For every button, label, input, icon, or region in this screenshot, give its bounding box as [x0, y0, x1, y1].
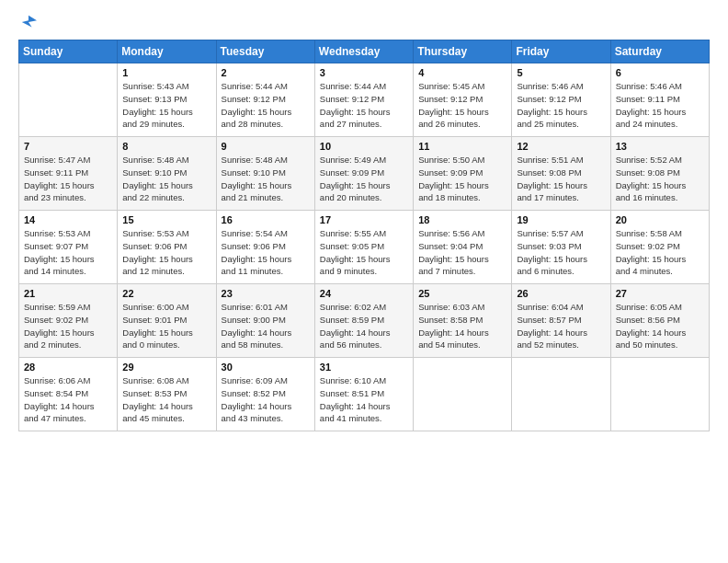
weekday-header-sunday: Sunday: [19, 40, 118, 63]
calendar-cell: 2Sunrise: 5:44 AMSunset: 9:12 PMDaylight…: [216, 63, 314, 137]
day-number: 20: [616, 214, 704, 225]
day-number: 19: [517, 214, 605, 225]
weekday-header-thursday: Thursday: [414, 40, 512, 63]
day-number: 30: [222, 362, 310, 373]
header: [18, 14, 710, 30]
day-number: 29: [122, 362, 210, 373]
day-info: Sunrise: 6:06 AMSunset: 8:54 PMDaylight:…: [24, 374, 112, 425]
day-info: Sunrise: 6:09 AMSunset: 8:52 PMDaylight:…: [222, 374, 310, 425]
calendar-cell: 13Sunrise: 5:52 AMSunset: 9:08 PMDayligh…: [610, 137, 709, 211]
calendar-cell: 3Sunrise: 5:44 AMSunset: 9:12 PMDaylight…: [314, 63, 413, 137]
calendar-cell: 18Sunrise: 5:56 AMSunset: 9:04 PMDayligh…: [414, 211, 512, 284]
day-number: 14: [24, 214, 112, 225]
calendar-cell: 9Sunrise: 5:48 AMSunset: 9:10 PMDaylight…: [216, 137, 314, 211]
day-number: 27: [616, 288, 704, 299]
day-number: 6: [616, 67, 704, 78]
calendar-cell: [512, 358, 610, 431]
day-number: 16: [222, 214, 310, 225]
weekday-header-wednesday: Wednesday: [314, 40, 413, 63]
calendar-cell: 14Sunrise: 5:53 AMSunset: 9:07 PMDayligh…: [19, 211, 118, 284]
day-number: 28: [24, 362, 112, 373]
day-number: 12: [517, 141, 605, 152]
day-number: 4: [418, 67, 506, 78]
calendar-cell: 27Sunrise: 6:05 AMSunset: 8:56 PMDayligh…: [610, 284, 709, 358]
calendar-cell: 30Sunrise: 6:09 AMSunset: 8:52 PMDayligh…: [216, 358, 314, 431]
day-info: Sunrise: 5:46 AMSunset: 9:12 PMDaylight:…: [517, 80, 605, 131]
day-number: 21: [24, 288, 112, 299]
calendar-week-5: 28Sunrise: 6:06 AMSunset: 8:54 PMDayligh…: [19, 358, 710, 431]
day-number: 22: [122, 288, 210, 299]
calendar-cell: 28Sunrise: 6:06 AMSunset: 8:54 PMDayligh…: [19, 358, 118, 431]
day-number: 2: [222, 67, 310, 78]
day-number: 3: [320, 67, 408, 78]
calendar-cell: 7Sunrise: 5:47 AMSunset: 9:11 PMDaylight…: [19, 137, 118, 211]
page: SundayMondayTuesdayWednesdayThursdayFrid…: [0, 0, 728, 563]
calendar-cell: 4Sunrise: 5:45 AMSunset: 9:12 PMDaylight…: [414, 63, 512, 137]
day-info: Sunrise: 5:55 AMSunset: 9:05 PMDaylight:…: [320, 227, 408, 278]
calendar-cell: 29Sunrise: 6:08 AMSunset: 8:53 PMDayligh…: [118, 358, 216, 431]
logo-bird-icon: [20, 14, 37, 30]
day-info: Sunrise: 5:53 AMSunset: 9:07 PMDaylight:…: [24, 227, 112, 278]
calendar-table: SundayMondayTuesdayWednesdayThursdayFrid…: [18, 40, 710, 431]
day-number: 25: [418, 288, 506, 299]
calendar-cell: 8Sunrise: 5:48 AMSunset: 9:10 PMDaylight…: [118, 137, 216, 211]
calendar-cell: 24Sunrise: 6:02 AMSunset: 8:59 PMDayligh…: [314, 284, 413, 358]
day-number: 26: [517, 288, 605, 299]
weekday-header-saturday: Saturday: [610, 40, 709, 63]
day-info: Sunrise: 5:57 AMSunset: 9:03 PMDaylight:…: [517, 227, 605, 278]
day-info: Sunrise: 5:52 AMSunset: 9:08 PMDaylight:…: [616, 154, 704, 204]
day-info: Sunrise: 5:44 AMSunset: 9:12 PMDaylight:…: [320, 80, 408, 131]
day-number: 5: [517, 67, 605, 78]
calendar-cell: 21Sunrise: 5:59 AMSunset: 9:02 PMDayligh…: [19, 284, 118, 358]
calendar-cell: 16Sunrise: 5:54 AMSunset: 9:06 PMDayligh…: [216, 211, 314, 284]
calendar-cell: 20Sunrise: 5:58 AMSunset: 9:02 PMDayligh…: [610, 211, 709, 284]
day-number: 17: [320, 214, 408, 225]
day-number: 18: [418, 214, 506, 225]
day-info: Sunrise: 5:53 AMSunset: 9:06 PMDaylight:…: [122, 227, 210, 278]
logo: [18, 14, 37, 30]
day-info: Sunrise: 6:05 AMSunset: 8:56 PMDaylight:…: [616, 301, 704, 351]
day-info: Sunrise: 5:51 AMSunset: 9:08 PMDaylight:…: [517, 154, 605, 204]
day-info: Sunrise: 5:43 AMSunset: 9:13 PMDaylight:…: [122, 80, 210, 131]
day-info: Sunrise: 5:48 AMSunset: 9:10 PMDaylight:…: [222, 154, 310, 204]
day-number: 7: [24, 141, 112, 152]
day-info: Sunrise: 6:03 AMSunset: 8:58 PMDaylight:…: [418, 301, 506, 351]
calendar-cell: 23Sunrise: 6:01 AMSunset: 9:00 PMDayligh…: [216, 284, 314, 358]
calendar-cell: 26Sunrise: 6:04 AMSunset: 8:57 PMDayligh…: [512, 284, 610, 358]
day-info: Sunrise: 6:00 AMSunset: 9:01 PMDaylight:…: [122, 301, 210, 351]
calendar-week-2: 7Sunrise: 5:47 AMSunset: 9:11 PMDaylight…: [19, 137, 710, 211]
calendar-week-1: 1Sunrise: 5:43 AMSunset: 9:13 PMDaylight…: [19, 63, 710, 137]
calendar-cell: 15Sunrise: 5:53 AMSunset: 9:06 PMDayligh…: [118, 211, 216, 284]
calendar-cell: 22Sunrise: 6:00 AMSunset: 9:01 PMDayligh…: [118, 284, 216, 358]
day-info: Sunrise: 6:02 AMSunset: 8:59 PMDaylight:…: [320, 301, 408, 351]
weekday-header-friday: Friday: [512, 40, 610, 63]
day-info: Sunrise: 5:59 AMSunset: 9:02 PMDaylight:…: [24, 301, 112, 351]
weekday-header-monday: Monday: [118, 40, 216, 63]
day-info: Sunrise: 5:58 AMSunset: 9:02 PMDaylight:…: [616, 227, 704, 278]
day-info: Sunrise: 6:01 AMSunset: 9:00 PMDaylight:…: [222, 301, 310, 351]
calendar-week-3: 14Sunrise: 5:53 AMSunset: 9:07 PMDayligh…: [19, 211, 710, 284]
calendar-cell: [414, 358, 512, 431]
calendar-cell: 11Sunrise: 5:50 AMSunset: 9:09 PMDayligh…: [414, 137, 512, 211]
logo-text: [18, 14, 37, 30]
day-number: 11: [418, 141, 506, 152]
calendar-cell: 19Sunrise: 5:57 AMSunset: 9:03 PMDayligh…: [512, 211, 610, 284]
calendar-cell: 1Sunrise: 5:43 AMSunset: 9:13 PMDaylight…: [118, 63, 216, 137]
day-info: Sunrise: 5:54 AMSunset: 9:06 PMDaylight:…: [222, 227, 310, 278]
day-number: 24: [320, 288, 408, 299]
day-info: Sunrise: 5:48 AMSunset: 9:10 PMDaylight:…: [122, 154, 210, 204]
calendar-cell: 10Sunrise: 5:49 AMSunset: 9:09 PMDayligh…: [314, 137, 413, 211]
day-info: Sunrise: 5:45 AMSunset: 9:12 PMDaylight:…: [418, 80, 506, 131]
weekday-header-tuesday: Tuesday: [216, 40, 314, 63]
calendar-cell: 6Sunrise: 5:46 AMSunset: 9:11 PMDaylight…: [610, 63, 709, 137]
day-info: Sunrise: 5:46 AMSunset: 9:11 PMDaylight:…: [616, 80, 704, 131]
day-info: Sunrise: 5:47 AMSunset: 9:11 PMDaylight:…: [24, 154, 112, 204]
day-info: Sunrise: 5:44 AMSunset: 9:12 PMDaylight:…: [222, 80, 310, 131]
calendar-cell: 17Sunrise: 5:55 AMSunset: 9:05 PMDayligh…: [314, 211, 413, 284]
day-number: 23: [222, 288, 310, 299]
day-info: Sunrise: 6:10 AMSunset: 8:51 PMDaylight:…: [320, 374, 408, 425]
day-info: Sunrise: 5:49 AMSunset: 9:09 PMDaylight:…: [320, 154, 408, 204]
calendar-cell: 31Sunrise: 6:10 AMSunset: 8:51 PMDayligh…: [314, 358, 413, 431]
day-info: Sunrise: 5:50 AMSunset: 9:09 PMDaylight:…: [418, 154, 506, 204]
svg-marker-0: [22, 16, 37, 28]
